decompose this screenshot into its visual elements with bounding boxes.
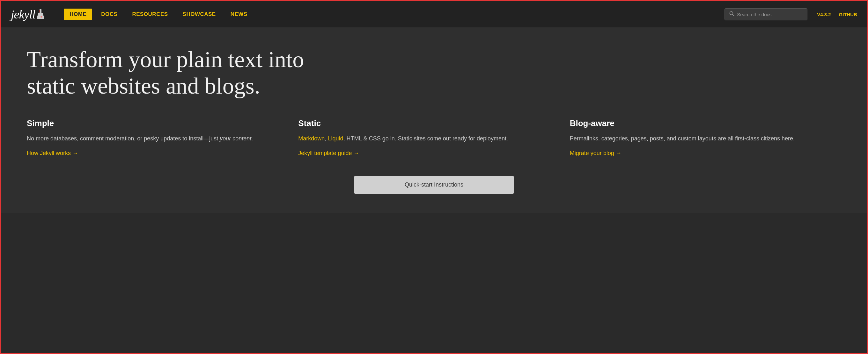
template-guide-link[interactable]: Jekyll template guide → xyxy=(298,150,359,156)
liquid-link[interactable]: Liquid xyxy=(328,135,343,142)
flask-icon xyxy=(36,9,44,20)
quickstart-section: Quick-start Instructions xyxy=(27,173,841,204)
navbar: jekyll HOME DOCS RESOURCES SHOWCASE NEWS xyxy=(1,1,867,27)
search-box[interactable]: Search the docs xyxy=(724,8,807,21)
nav-showcase[interactable]: SHOWCASE xyxy=(177,9,222,20)
nav-resources[interactable]: RESOURCES xyxy=(126,9,174,20)
svg-line-4 xyxy=(733,15,734,16)
nav-links: HOME DOCS RESOURCES SHOWCASE NEWS xyxy=(64,9,718,20)
search-icon xyxy=(729,11,734,17)
github-link[interactable]: GITHUB xyxy=(839,12,858,17)
logo-text: jekyll xyxy=(11,7,35,21)
version-link[interactable]: V4.3.2 xyxy=(817,12,831,17)
static-title: Static xyxy=(298,118,550,128)
nav-home[interactable]: HOME xyxy=(64,9,92,20)
hero-section: Transform your plain text into static we… xyxy=(1,27,867,213)
migrate-blog-link[interactable]: Migrate your blog → xyxy=(570,150,621,156)
svg-point-2 xyxy=(40,16,42,17)
markdown-link[interactable]: Markdown xyxy=(298,135,324,142)
static-body: Markdown, Liquid, HTML & CSS go in. Stat… xyxy=(298,134,550,143)
hero-headline: Transform your plain text into static we… xyxy=(27,46,314,99)
simple-title: Simple xyxy=(27,118,279,128)
nav-docs[interactable]: DOCS xyxy=(95,9,123,20)
how-jekyll-works-link[interactable]: How Jekyll works → xyxy=(27,150,78,156)
static-column: Static Markdown, Liquid, HTML & CSS go i… xyxy=(298,118,569,157)
nav-news[interactable]: NEWS xyxy=(225,9,253,20)
simple-body: No more databases, comment moderation, o… xyxy=(27,134,279,143)
search-placeholder: Search the docs xyxy=(737,12,771,17)
svg-rect-1 xyxy=(39,10,40,12)
simple-column: Simple No more databases, comment modera… xyxy=(27,118,298,157)
logo[interactable]: jekyll xyxy=(11,7,44,21)
blog-aware-column: Blog-aware Permalinks, categories, pages… xyxy=(570,118,841,157)
quickstart-button[interactable]: Quick-start Instructions xyxy=(354,176,514,194)
blog-aware-body: Permalinks, categories, pages, posts, an… xyxy=(570,134,822,143)
feature-columns: Simple No more databases, comment modera… xyxy=(27,118,841,157)
blog-aware-title: Blog-aware xyxy=(570,118,822,128)
